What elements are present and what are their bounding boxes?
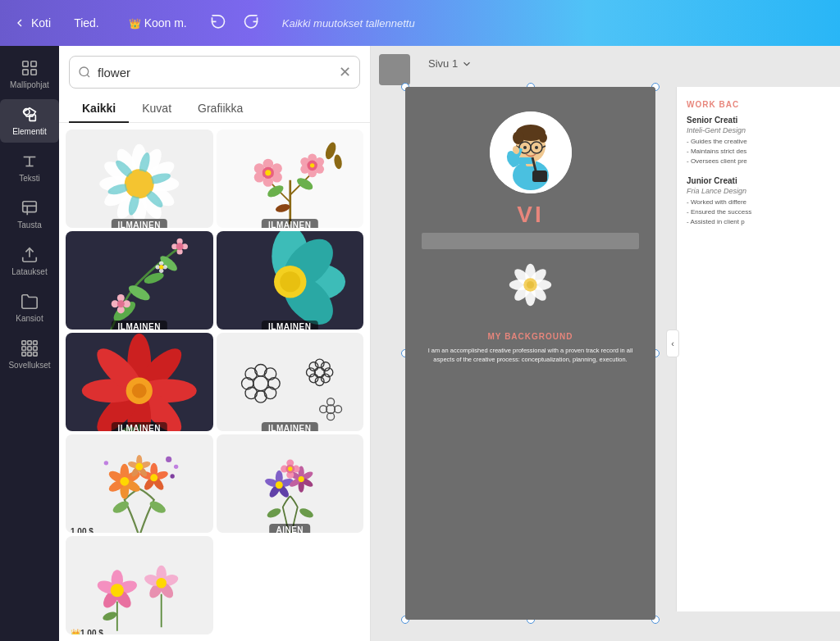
svg-rect-1 xyxy=(31,61,36,66)
svg-point-168 xyxy=(298,476,304,482)
sidebar-item-folders[interactable]: Kansiot xyxy=(0,286,59,330)
svg-point-137 xyxy=(120,477,129,486)
svg-rect-3 xyxy=(31,70,36,75)
svg-rect-2 xyxy=(23,70,28,75)
nav-back-button[interactable]: Koti xyxy=(13,16,51,30)
sidebar: Mallipohjat Elementit Teksti xyxy=(0,46,59,641)
search-input[interactable] xyxy=(98,66,332,80)
undo-button[interactable] xyxy=(210,15,226,31)
sidebar-item-text[interactable]: Teksti xyxy=(0,146,59,189)
tab-images[interactable]: Kuvat xyxy=(129,95,185,123)
svg-point-188 xyxy=(102,610,118,622)
job-company-2: Fria Lance Design xyxy=(687,187,830,195)
price-9: 1,00 $ xyxy=(80,629,103,634)
badge-6: ILMAINEN xyxy=(262,422,317,431)
search-clear-button[interactable]: ✕ xyxy=(339,65,351,80)
svg-point-123 xyxy=(314,367,325,378)
svg-rect-18 xyxy=(28,347,32,351)
redo-button[interactable] xyxy=(243,15,259,31)
sidebar-item-elements[interactable]: Elementit xyxy=(0,99,59,143)
element-card-2[interactable]: ILMAINEN xyxy=(217,130,364,228)
svg-point-23 xyxy=(80,67,89,76)
elements-grid: ILMAINEN xyxy=(59,123,370,641)
svg-point-93 xyxy=(280,271,300,292)
svg-point-186 xyxy=(156,578,167,589)
svg-point-128 xyxy=(326,405,335,414)
background-text: I am an accomplished creative profession… xyxy=(417,346,644,365)
resume-role-bar xyxy=(422,233,639,249)
work-back-title: WORK BAC xyxy=(687,100,830,109)
right-panel: WORK BAC Senior Creati Inteli-Gent Desig… xyxy=(676,87,840,611)
sidebar-item-uploads[interactable]: Lataukset xyxy=(0,239,59,283)
svg-rect-19 xyxy=(34,347,38,351)
svg-rect-14 xyxy=(22,341,26,345)
search-bar-container: ✕ xyxy=(59,46,370,89)
save-status: Kaikki muutokset tallennettu xyxy=(282,17,415,30)
element-card-7[interactable]: 1,00 $ xyxy=(66,434,213,533)
job-bullets-1: - Guides the creative - Maintains strict… xyxy=(687,137,830,166)
svg-point-114 xyxy=(253,376,267,391)
sidebar-item-apps[interactable]: Sovellukset xyxy=(0,333,59,376)
badge-8: AINEN xyxy=(269,524,310,533)
main-layout: Mallipohjat Elementit Teksti xyxy=(0,46,840,641)
page-label: Sivu 1 xyxy=(428,57,458,70)
svg-rect-22 xyxy=(34,352,38,357)
svg-point-49 xyxy=(294,175,314,192)
svg-rect-20 xyxy=(22,352,26,357)
background-title: MY BACKGROUND xyxy=(488,332,573,341)
collapse-panel-button[interactable]: ‹ xyxy=(666,330,679,357)
nav-file[interactable]: Tied. xyxy=(67,13,106,33)
element-card-9[interactable]: 👑 1,00 $ xyxy=(66,536,213,634)
svg-point-68 xyxy=(333,154,343,170)
sidebar-uploads-label: Lataukset xyxy=(11,267,47,276)
resume-initials: VI xyxy=(517,202,543,228)
sidebar-apps-label: Sovellukset xyxy=(8,361,50,370)
tab-graphics[interactable]: Grafiikka xyxy=(185,95,256,123)
svg-rect-21 xyxy=(28,352,32,357)
svg-point-149 xyxy=(135,463,143,471)
nav-back-label: Koti xyxy=(31,16,51,30)
sidebar-folders-label: Kansiot xyxy=(16,314,43,323)
svg-point-82 xyxy=(176,243,184,250)
svg-point-152 xyxy=(104,461,108,465)
svg-point-154 xyxy=(265,507,281,520)
price-7: 1,00 $ xyxy=(71,527,94,533)
element-card-4[interactable]: ILMAINEN xyxy=(217,231,364,330)
element-card-6[interactable]: ILMAINEN xyxy=(217,333,364,431)
svg-rect-10 xyxy=(23,202,37,212)
svg-rect-206 xyxy=(532,170,547,182)
svg-point-143 xyxy=(150,474,158,481)
svg-point-153 xyxy=(170,474,174,478)
color-swatch[interactable] xyxy=(379,54,410,85)
top-nav: Koti Tied. 👑 Koon m. Kaikki muutokset ta… xyxy=(0,0,840,46)
search-input-wrap[interactable]: ✕ xyxy=(69,56,360,89)
canvas-area: Sivu 1 xyxy=(371,46,840,641)
element-card-8[interactable]: AINEN xyxy=(217,434,364,533)
element-card-5[interactable]: ILMAINEN xyxy=(66,333,213,431)
badge-1: ILMAINEN xyxy=(112,219,167,228)
sidebar-item-background[interactable]: Tausta xyxy=(0,193,59,236)
badge-4: ILMAINEN xyxy=(262,320,317,330)
svg-point-150 xyxy=(166,457,171,462)
svg-point-216 xyxy=(527,281,534,289)
job-title-1: Senior Creati xyxy=(687,116,830,125)
svg-point-174 xyxy=(288,466,292,471)
crown-icon-9: 👑 xyxy=(71,629,80,634)
avatar-circle xyxy=(490,111,572,193)
svg-rect-16 xyxy=(34,341,38,345)
element-card-1[interactable]: ILMAINEN xyxy=(66,130,213,228)
tabs-row: Kaikki Kuvat Grafiikka xyxy=(59,89,370,123)
svg-point-151 xyxy=(174,465,178,469)
page-indicator[interactable]: Sivu 1 xyxy=(428,57,472,70)
element-card-3[interactable]: ILMAINEN xyxy=(66,231,213,330)
resume-top-section: VI xyxy=(405,87,655,324)
svg-point-58 xyxy=(265,170,271,175)
badge-2: ILMAINEN xyxy=(262,219,317,228)
nav-premium[interactable]: 👑 Koon m. xyxy=(122,13,194,33)
tab-all[interactable]: Kaikki xyxy=(69,95,129,123)
sidebar-elements-label: Elementit xyxy=(12,127,47,136)
svg-point-161 xyxy=(275,481,282,489)
search-panel: ✕ Kaikki Kuvat Grafiikka xyxy=(59,46,371,641)
sidebar-item-templates[interactable]: Mallipohjat xyxy=(0,52,59,96)
badge-5: ILMAINEN xyxy=(112,422,167,431)
